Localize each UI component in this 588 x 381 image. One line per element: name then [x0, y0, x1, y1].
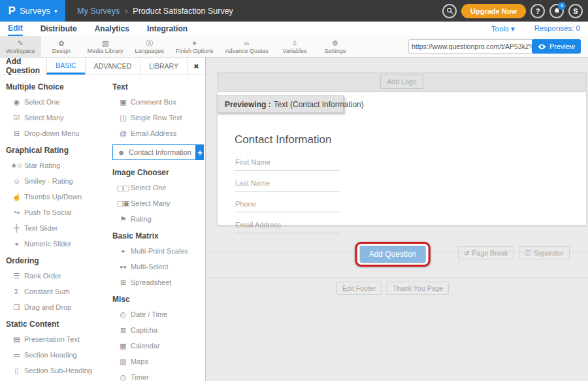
contact-information-selected-box[interactable]: ☻Contact Information — [112, 144, 196, 160]
qtype-email-address[interactable]: @Email Address — [115, 129, 204, 138]
magic-wand-icon: ✶ — [191, 39, 197, 47]
qtype-label: Select Many — [131, 199, 171, 207]
email-address-field[interactable] — [235, 221, 340, 233]
search-button[interactable] — [442, 4, 457, 18]
timer-icon: ◷ — [115, 373, 131, 381]
product-switcher[interactable]: P Surveys ▾ — [0, 0, 65, 22]
toolbar-variables[interactable]: ◊ Variables — [274, 36, 315, 57]
phone-field[interactable] — [235, 200, 340, 212]
toolbar-media-library[interactable]: ▧ Media Library — [82, 36, 129, 57]
add-question-button[interactable]: Add Question — [360, 246, 426, 263]
qtype-spreadsheet[interactable]: ⊞Spreadsheet — [115, 278, 204, 287]
qtype-drag-and-drop[interactable]: ❐Drag and Drop — [8, 303, 112, 312]
qtype-comment-box[interactable]: ▣Comment Box — [115, 97, 204, 107]
breadcrumb-current-survey: Product Satisfaction Survey — [133, 7, 233, 16]
qtype-label: Smiley - Rating — [24, 177, 73, 185]
tab-analytics[interactable]: Analytics — [95, 22, 129, 36]
sigma-icon: Σ — [8, 288, 24, 295]
datetime-icon: ◴ — [115, 310, 131, 319]
help-button[interactable]: ? — [531, 4, 545, 18]
qtype-image-rating[interactable]: ⚑Rating — [115, 214, 204, 224]
qtype-image-select-many[interactable]: ▢▣Select Many — [115, 199, 204, 208]
palette-icon: ✿ — [58, 39, 64, 47]
qtype-select-many[interactable]: ☑Select Many — [8, 113, 112, 122]
preview-button-label: Preview — [549, 42, 575, 50]
edit-footer-button[interactable]: Edit Footer — [336, 282, 382, 295]
upgrade-now-button[interactable]: Upgrade Now — [461, 4, 526, 18]
qtype-push-to-social[interactable]: ↪Push To Social — [8, 208, 112, 217]
checkbox-icon: ☑ — [8, 114, 24, 122]
comment-box-icon: ▣ — [115, 98, 131, 107]
qtype-multi-point-scales[interactable]: ◦●◦Multi-Point Scales — [115, 246, 204, 256]
search-icon — [446, 7, 453, 14]
toolbar-workspace[interactable]: ✎ Workspace — [0, 36, 41, 57]
qtype-contact-information-selected[interactable]: ☻Contact Information + — [112, 144, 204, 160]
notifications-button[interactable]: 1 — [549, 4, 564, 18]
tab-library[interactable]: LIBRARY — [140, 58, 187, 75]
tab-edit[interactable]: Edit — [8, 22, 23, 36]
qtype-presentation-text[interactable]: ▤Presentation Text — [8, 335, 112, 344]
tab-integration[interactable]: Integration — [147, 22, 188, 36]
qtype-captcha[interactable]: ⊠Captcha — [115, 325, 204, 335]
workspace: Add Question BASIC ADVANCED LIBRARY ✖ Mu… — [0, 58, 588, 381]
last-name-field[interactable] — [235, 179, 340, 191]
qtype-dropdown-menu[interactable]: ⊟Drop-down Menu — [8, 129, 112, 138]
chain-link-icon: ∞ — [244, 39, 250, 47]
first-name-field[interactable] — [235, 158, 340, 171]
thank-you-page-button[interactable]: Thank You Page — [387, 282, 449, 295]
survey-url-box: ✎ — [408, 39, 538, 54]
qtype-calendar[interactable]: ▦Calendar — [115, 341, 204, 350]
qtype-rank-order[interactable]: ☰Rank Order — [8, 271, 112, 280]
questionpro-logo: P — [8, 5, 16, 18]
logo-band: Add Logo — [217, 72, 587, 91]
toolbar-label: Media Library — [88, 48, 123, 54]
add-logo-button[interactable]: Add Logo — [380, 75, 424, 89]
toolbar-finish-options[interactable]: ✶ Finish Options — [170, 36, 220, 57]
qtype-numeric-slider[interactable]: ◦●◦Numeric Slider — [8, 239, 112, 248]
tab-advanced[interactable]: ADVANCED — [85, 58, 140, 75]
qtype-label: Drop-down Menu — [24, 129, 79, 137]
qtype-maps[interactable]: ▥Maps — [115, 357, 204, 366]
add-contact-information-button[interactable]: + — [196, 144, 204, 160]
thumb-icon: ☝ — [8, 193, 24, 201]
qtype-multi-select[interactable]: ●◦●Multi-Select — [115, 262, 204, 271]
group-heading-ordering: Ordering — [6, 256, 112, 265]
close-icon[interactable]: ✖ — [187, 58, 205, 75]
page-break-button[interactable]: ↺ Page Break — [458, 246, 514, 259]
qtype-timer[interactable]: ◷Timer — [115, 373, 204, 381]
qtype-star-rating[interactable]: ★☆Star Rating — [8, 161, 112, 170]
calendar-icon: ▦ — [115, 342, 131, 350]
qtype-label: Select One — [131, 184, 166, 191]
toolbar-design[interactable]: ✿ Design — [41, 36, 82, 57]
radio-icon: ◉ — [8, 98, 24, 107]
toolbar-settings[interactable]: ⚙ Settings — [315, 36, 355, 57]
user-avatar[interactable]: S — [568, 4, 583, 18]
multi-point-icon: ◦●◦ — [115, 248, 131, 254]
dropdown-icon: ⊟ — [8, 129, 24, 138]
breadcrumb-my-surveys[interactable]: My Surveys — [77, 7, 120, 16]
qtype-select-one[interactable]: ◉Select One — [8, 97, 112, 107]
qtype-constant-sum[interactable]: ΣConstant Sum — [8, 287, 112, 296]
separator-button[interactable]: ☑ Separator — [519, 246, 570, 259]
qtype-date-time[interactable]: ◴Date / Time — [115, 310, 204, 319]
preview-button[interactable]: Preview — [532, 39, 581, 54]
add-question-panel: Add Question BASIC ADVANCED LIBRARY ✖ Mu… — [0, 58, 206, 381]
qtype-label: Rating — [131, 215, 152, 223]
qtype-label: Star Rating — [24, 161, 60, 169]
qtype-thumbs-up-down[interactable]: ☝Thumbs Up/Down — [8, 192, 112, 201]
toolbar-languages[interactable]: Ⓐ Languages — [129, 36, 170, 57]
tab-distribute[interactable]: Distribute — [41, 22, 77, 36]
qtype-image-select-one[interactable]: ▢▢Select One — [115, 183, 204, 192]
toolbar-label: Finish Options — [176, 48, 214, 54]
qtype-text-slider[interactable]: ╪Text Slider — [8, 224, 112, 233]
qtype-smiley-rating[interactable]: ☺Smiley - Rating — [8, 176, 112, 186]
qtype-single-row-text[interactable]: ◫Single Row Text — [115, 113, 204, 122]
group-heading-text: Text — [112, 82, 204, 91]
qtype-section-sub-heading[interactable]: ▯Section Sub-Heading — [8, 366, 112, 375]
qtype-section-heading[interactable]: ▭Section Heading — [8, 350, 112, 359]
tools-dropdown[interactable]: Tools ▾ — [491, 24, 515, 33]
survey-url-input[interactable] — [412, 42, 529, 50]
responses-count[interactable]: Responses: 0 — [534, 24, 580, 33]
tab-basic[interactable]: BASIC — [46, 58, 85, 75]
toolbar-advance-quotas[interactable]: ∞ Advance Quotas — [219, 36, 274, 57]
